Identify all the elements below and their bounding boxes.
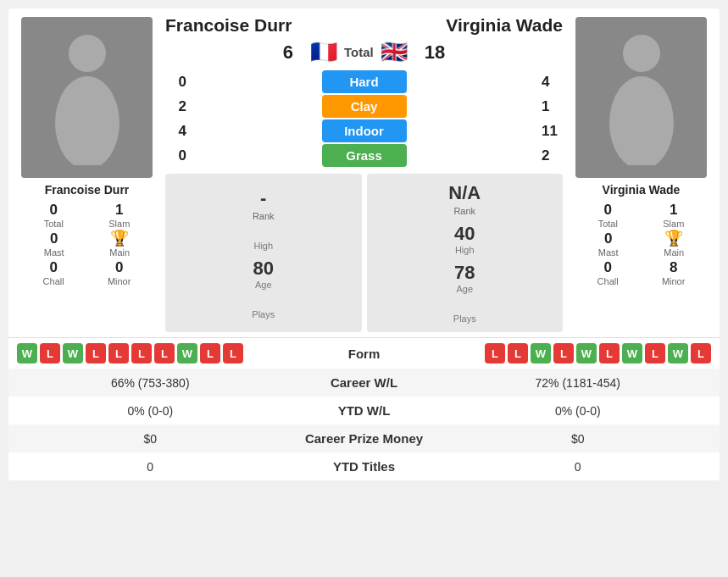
- right-total-val: 0: [604, 202, 612, 219]
- right-main-lbl: Main: [664, 247, 684, 258]
- form-badge-w: W: [177, 343, 197, 363]
- hard-right: 4: [542, 74, 563, 91]
- left-mast-val: 0: [50, 230, 58, 247]
- total-label: Total: [344, 45, 374, 59]
- right-player-col: Virginia Wade 0 Total 1 Slam 0 Mast 🏆: [571, 8, 720, 337]
- left-rank-val: -: [260, 187, 266, 209]
- right-total-lbl: Total: [598, 219, 618, 229]
- right-rank-lbl: Rank: [453, 206, 475, 216]
- surfaces-container: 0 Hard 4 2 Clay 1 4 Indoor 11 0 Grass: [157, 69, 571, 169]
- left-chall-val: 0: [49, 259, 57, 276]
- clay-btn[interactable]: Clay: [322, 95, 407, 118]
- right-stat-box: N/A Rank 40 High 78 Age Plays: [367, 174, 564, 332]
- right-high-lbl: High: [454, 245, 475, 255]
- right-name-top: Virginia Wade: [446, 15, 563, 36]
- right-player-name: Virginia Wade: [603, 183, 681, 197]
- form-badge-l: L: [645, 343, 665, 363]
- right-player-photo: [575, 17, 707, 178]
- indoor-btn[interactable]: Indoor: [322, 119, 407, 142]
- right-age-lbl: Age: [454, 284, 475, 294]
- form-badge-w: W: [622, 343, 642, 363]
- svg-point-3: [609, 76, 674, 165]
- row-center-1: YTD W/L: [280, 403, 449, 418]
- total-left: 6: [283, 42, 293, 64]
- surface-hard: 0 Hard 4: [165, 70, 563, 93]
- svg-point-2: [623, 35, 660, 72]
- hard-btn[interactable]: Hard: [322, 70, 407, 93]
- left-player-name: Francoise Durr: [45, 183, 130, 197]
- left-high-lbl: High: [169, 241, 358, 251]
- right-flag: 🇬🇧: [381, 39, 408, 65]
- left-mast-lbl: Mast: [44, 247, 64, 258]
- row-center-3: YTD Titles: [280, 459, 449, 474]
- row-center-0: Career W/L: [280, 375, 449, 390]
- stat-boxes-row: - Rank High 80 Age Plays: [157, 169, 571, 337]
- row-right-1: 0% (0-0): [449, 404, 708, 418]
- clay-right: 1: [542, 98, 563, 115]
- left-name-top: Francoise Durr: [165, 15, 292, 36]
- form-badge-l: L: [154, 343, 175, 363]
- right-minor-lbl: Minor: [662, 276, 686, 286]
- row-left-0: 66% (753-380): [21, 376, 280, 390]
- hard-left: 0: [165, 74, 186, 91]
- row-center-2: Career Prize Money: [280, 431, 449, 446]
- right-mast-lbl: Mast: [598, 247, 619, 258]
- center-col: Francoise Durr Virginia Wade 6 🇫🇷 Total …: [157, 8, 571, 337]
- left-minor-lbl: Minor: [108, 276, 131, 286]
- left-main-lbl: Main: [109, 247, 130, 258]
- form-badge-l: L: [599, 343, 620, 363]
- right-slam-lbl: Slam: [663, 219, 684, 229]
- clay-left: 2: [165, 98, 186, 115]
- form-badge-w: W: [63, 343, 83, 363]
- left-stat-box: - Rank High 80 Age Plays: [165, 174, 362, 332]
- form-badge-l: L: [108, 343, 129, 363]
- form-badge-l: L: [40, 343, 60, 363]
- left-age-lbl: Age: [253, 280, 274, 290]
- right-chall-val: 0: [603, 259, 611, 276]
- form-label: Form: [243, 347, 485, 361]
- data-row-2: $0 Career Prize Money $0: [8, 424, 720, 452]
- left-player-photo: [21, 17, 153, 178]
- surface-clay: 2 Clay 1: [165, 95, 563, 118]
- form-badge-l: L: [508, 343, 528, 363]
- bottom-section: 66% (753-380) Career W/L 72% (1181-454) …: [8, 369, 720, 480]
- left-plays-val: [252, 297, 275, 309]
- right-slam-val: 1: [670, 202, 677, 219]
- right-high-val: 40: [454, 223, 475, 244]
- right-chall-lbl: Chall: [597, 276, 619, 286]
- right-plays-val: [453, 301, 476, 313]
- form-badge-l: L: [553, 343, 574, 363]
- form-badge-w: W: [531, 343, 551, 363]
- row-left-3: 0: [21, 460, 280, 474]
- left-player-col: Francoise Durr 0 Total 1 Slam 0 Mast 🏆: [8, 8, 157, 337]
- form-badge-l: L: [485, 343, 505, 363]
- right-plays-lbl: Plays: [453, 313, 476, 324]
- grass-left: 0: [165, 147, 186, 164]
- form-badge-l: L: [691, 343, 711, 363]
- left-age-val: 80: [253, 258, 274, 279]
- row-left-1: 0% (0-0): [21, 404, 280, 418]
- data-row-0: 66% (753-380) Career W/L 72% (1181-454): [8, 369, 720, 397]
- form-badge-l: L: [223, 343, 243, 363]
- grass-right: 2: [542, 147, 563, 164]
- right-age-val: 78: [454, 262, 475, 283]
- row-right-2: $0: [449, 432, 708, 446]
- surface-grass: 0 Grass 2: [165, 144, 563, 167]
- surface-indoor: 4 Indoor 11: [165, 119, 563, 142]
- left-chall-lbl: Chall: [43, 276, 64, 286]
- data-row-3: 0 YTD Titles 0: [8, 452, 720, 480]
- form-badge-l: L: [86, 343, 106, 363]
- right-rank-val: N/A: [448, 182, 481, 204]
- left-high-val: [169, 228, 358, 241]
- row-right-0: 72% (1181-454): [449, 376, 708, 390]
- left-total-lbl: Total: [44, 219, 64, 229]
- grass-btn[interactable]: Grass: [322, 144, 407, 167]
- right-form-badges: LLWLWLWLWL: [485, 343, 711, 363]
- data-row-1: 0% (0-0) YTD W/L 0% (0-0): [8, 397, 720, 424]
- form-section: WLWLLLLWLL Form LLWLWLWLWL: [8, 337, 720, 369]
- right-minor-val: 8: [670, 259, 677, 276]
- row-left-2: $0: [21, 432, 280, 446]
- left-flag: 🇫🇷: [310, 39, 337, 65]
- left-total-val: 0: [50, 202, 58, 219]
- form-badge-w: W: [668, 343, 688, 363]
